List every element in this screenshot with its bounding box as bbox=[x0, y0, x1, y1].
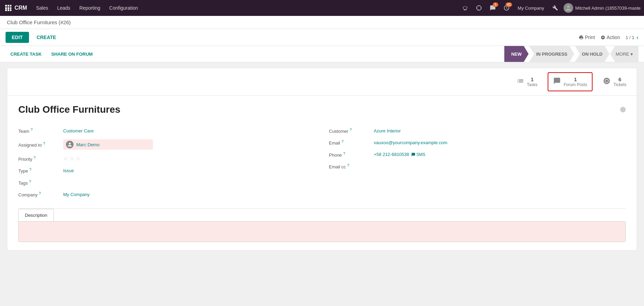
form-fields: Team ? Customer Care Assigned to ? Marc … bbox=[18, 125, 626, 200]
status-on-hold[interactable]: ON HOLD bbox=[575, 46, 609, 62]
assigned-to-value[interactable]: Marc Demo bbox=[63, 139, 153, 150]
pagination: 1 / 1 ‹ bbox=[626, 34, 638, 41]
svg-rect-3 bbox=[5, 7, 7, 9]
clock-badge: 40 bbox=[506, 2, 512, 7]
create-button[interactable]: CREATE bbox=[32, 32, 61, 43]
sms-button[interactable]: SMS bbox=[411, 152, 425, 157]
chat-icon-btn[interactable]: 5 bbox=[487, 2, 498, 13]
main-content: 1 Tasks 1 Forum Posts bbox=[0, 62, 644, 256]
grid-menu-icon[interactable] bbox=[3, 3, 13, 13]
top-menu: Sales Leads Reporting Configuration bbox=[32, 3, 458, 13]
star-3[interactable]: ☆ bbox=[76, 155, 80, 162]
email-value[interactable]: vauxoo@yourcompany.example.com bbox=[374, 140, 448, 145]
type-label: Type ? bbox=[18, 167, 63, 174]
tags-label: Tags ? bbox=[18, 179, 63, 186]
company-value[interactable]: My Company bbox=[63, 192, 90, 197]
description-content[interactable] bbox=[18, 221, 626, 242]
prev-button[interactable]: ‹ bbox=[636, 34, 638, 41]
star-2[interactable]: ☆ bbox=[69, 155, 74, 162]
email-label: Email ? bbox=[329, 139, 374, 146]
svg-rect-6 bbox=[5, 9, 7, 11]
svg-rect-5 bbox=[10, 7, 11, 9]
action-button[interactable]: Action bbox=[600, 35, 620, 40]
status-more[interactable]: MORE ▾ bbox=[610, 46, 638, 62]
email-help[interactable]: ? bbox=[342, 139, 344, 143]
app-name[interactable]: CRM bbox=[15, 5, 27, 11]
type-help[interactable]: ? bbox=[29, 167, 31, 171]
menu-sales[interactable]: Sales bbox=[32, 3, 52, 13]
customer-field-row: Customer ? Azure Interior bbox=[329, 125, 626, 137]
edit-button[interactable]: EDIT bbox=[6, 32, 29, 43]
share-forum-button[interactable]: SHARE ON FORUM bbox=[47, 47, 98, 61]
user-menu[interactable]: Mitchell Admin (18557039-maste bbox=[564, 3, 641, 13]
forum-posts-smart-button[interactable]: 1 Forum Posts bbox=[550, 74, 590, 89]
team-value[interactable]: Customer Care bbox=[63, 128, 94, 133]
company-field-row: Company ? My Company bbox=[18, 188, 315, 200]
priority-help[interactable]: ? bbox=[33, 156, 36, 160]
form-right: Customer ? Azure Interior Email ? vauxoo… bbox=[329, 125, 626, 200]
tickets-smart-button[interactable]: 6 Tickets bbox=[599, 74, 630, 89]
phone-help[interactable]: ? bbox=[343, 151, 345, 156]
topnav-icons: 5 40 My Company Mitchell Admin (18557039… bbox=[460, 2, 641, 13]
customer-value[interactable]: Azure Interior bbox=[374, 128, 401, 133]
status-bar: NEW IN PROGRESS ON HOLD MORE ▾ bbox=[504, 46, 638, 62]
svg-point-9 bbox=[604, 78, 610, 84]
star-1[interactable]: ☆ bbox=[63, 155, 68, 162]
status-new[interactable]: NEW bbox=[504, 46, 528, 62]
type-field-row: Type ? Issue bbox=[18, 165, 315, 176]
assigned-to-field-row: Assigned to ? Marc Demo bbox=[18, 137, 315, 152]
content-card: 1 Tasks 1 Forum Posts bbox=[7, 68, 637, 251]
svg-rect-0 bbox=[5, 5, 7, 7]
svg-rect-4 bbox=[8, 7, 9, 9]
clock-icon-btn[interactable]: 40 bbox=[501, 2, 512, 13]
email-cc-label: Email cc ? bbox=[329, 163, 374, 169]
main-toolbar: EDIT CREATE Print Action 1 / 1 ‹ bbox=[0, 29, 644, 46]
record-form: Club Office Furnitures Team ? Customer C… bbox=[7, 96, 637, 250]
support-icon-btn[interactable] bbox=[473, 2, 484, 13]
priority-stars[interactable]: ☆ ☆ ☆ bbox=[63, 155, 80, 162]
user-name: Mitchell Admin (18557039-maste bbox=[575, 6, 641, 11]
description-tab[interactable]: Description bbox=[18, 209, 54, 221]
company-name[interactable]: My Company bbox=[515, 6, 547, 11]
status-in-progress[interactable]: IN PROGRESS bbox=[529, 46, 574, 62]
customer-label: Customer ? bbox=[329, 128, 374, 134]
svg-rect-1 bbox=[8, 5, 9, 7]
tasks-smart-button[interactable]: 1 Tasks bbox=[513, 74, 541, 89]
wrench-icon[interactable] bbox=[550, 2, 561, 13]
menu-configuration[interactable]: Configuration bbox=[105, 3, 142, 13]
secondary-toolbar: CREATE TASK SHARE ON FORUM NEW IN PROGRE… bbox=[0, 46, 644, 62]
email-cc-field-row: Email cc ? bbox=[329, 160, 626, 172]
type-value[interactable]: Issue bbox=[63, 168, 74, 173]
smart-buttons: 1 Tasks 1 Forum Posts bbox=[7, 68, 637, 96]
status-circle[interactable] bbox=[620, 107, 626, 112]
svg-rect-8 bbox=[10, 9, 11, 11]
menu-reporting[interactable]: Reporting bbox=[75, 3, 105, 13]
print-button[interactable]: Print bbox=[579, 35, 595, 40]
breadcrumb: Club Office Furnitures (#26) bbox=[0, 16, 644, 29]
assigned-avatar bbox=[66, 141, 74, 148]
tags-help[interactable]: ? bbox=[29, 179, 31, 184]
phone-field-row: Phone ? +58 212-6810538 SMS bbox=[329, 149, 626, 160]
create-task-button[interactable]: CREATE TASK bbox=[6, 47, 47, 61]
assigned-to-label: Assigned to ? bbox=[18, 141, 63, 148]
priority-label: Priority ? bbox=[18, 156, 63, 162]
assigned-help[interactable]: ? bbox=[43, 141, 45, 146]
description-tabs: Description bbox=[18, 208, 626, 242]
svg-rect-7 bbox=[8, 9, 9, 11]
toolbar-right: Print Action 1 / 1 ‹ bbox=[579, 34, 638, 41]
email-cc-help[interactable]: ? bbox=[347, 163, 349, 167]
phone-value[interactable]: +58 212-6810538 bbox=[374, 152, 409, 157]
record-title: Club Office Furnitures bbox=[18, 104, 121, 115]
customer-help[interactable]: ? bbox=[349, 128, 352, 132]
team-field-row: Team ? Customer Care bbox=[18, 125, 315, 137]
priority-field-row: Priority ? ☆ ☆ ☆ bbox=[18, 152, 315, 165]
company-label: Company ? bbox=[18, 191, 63, 197]
top-navigation: CRM Sales Leads Reporting Configuration … bbox=[0, 0, 644, 16]
bug-icon-btn[interactable] bbox=[460, 2, 471, 13]
forum-posts-highlight: 1 Forum Posts bbox=[548, 72, 593, 91]
team-help[interactable]: ? bbox=[30, 128, 32, 132]
menu-leads[interactable]: Leads bbox=[53, 3, 74, 13]
tickets-icon bbox=[603, 77, 611, 86]
team-label: Team ? bbox=[18, 128, 63, 134]
company-help[interactable]: ? bbox=[39, 191, 41, 195]
